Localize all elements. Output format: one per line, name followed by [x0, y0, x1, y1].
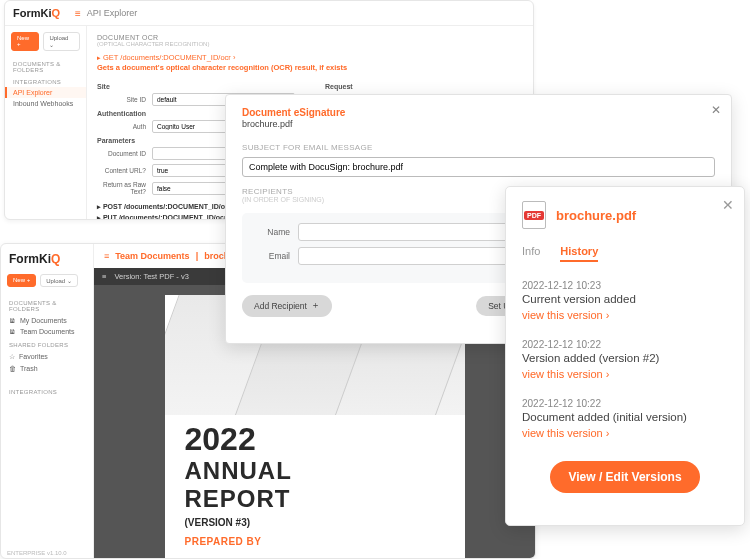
add-recipient-button[interactable]: Add Recipient ＋: [242, 295, 332, 317]
brand-logo: FormKiQ: [5, 1, 75, 25]
subject-input[interactable]: [242, 157, 715, 177]
history-entry: 2022-12-12 10:23 Current version added v…: [522, 280, 728, 321]
history-panel: ✕ PDF brochure.pdf Info History 2022-12-…: [505, 186, 745, 526]
sidebar-heading: DOCUMENTS & FOLDERS: [5, 57, 86, 75]
sidebar-item-trash[interactable]: 🗑Trash: [1, 363, 93, 374]
sidebar-item-inbound-webhooks[interactable]: Inbound Webhooks: [5, 98, 86, 109]
history-entry: 2022-12-12 10:22 Version added (version …: [522, 339, 728, 380]
endpoint-link[interactable]: ▸GET /documents/:DOCUMENT_ID/ocr ›: [97, 53, 523, 62]
toolbar-version-label: Version: Test PDF - v3: [114, 272, 188, 281]
new-button[interactable]: New +: [11, 32, 39, 51]
section-subtitle: (OPTICAL CHARACTER RECOGNITION): [97, 41, 523, 47]
menu-icon[interactable]: ≡: [104, 251, 109, 261]
history-date: 2022-12-12 10:22: [522, 339, 728, 350]
request-label: Request: [325, 83, 523, 90]
sidebar-item-my-docs[interactable]: 🗎My Documents: [1, 315, 93, 326]
modal-title: Document eSignature: [242, 107, 715, 118]
chevron-right-icon: ›: [606, 309, 610, 321]
api-title-bar: ≡ API Explorer: [75, 1, 533, 25]
doc-version: (VERSION #3): [185, 517, 445, 528]
view-edit-versions-button[interactable]: View / Edit Versions: [550, 461, 699, 493]
menu-icon[interactable]: ≡: [75, 8, 81, 19]
chevron-right-icon: ›: [606, 368, 610, 380]
subject-label: SUBJECT FOR EMAIL MESSAGE: [242, 143, 715, 152]
modal-filename: brochure.pdf: [242, 119, 715, 129]
trash-icon: 🗑: [9, 365, 16, 372]
sidebar-item-team-docs[interactable]: 🗎Team Documents: [1, 326, 93, 337]
api-sidebar: New + Upload ⌄ DOCUMENTS & FOLDERS INTEG…: [5, 26, 87, 220]
field-section: Site: [97, 83, 295, 90]
doc-prepared-by: PREPARED BY: [185, 536, 445, 547]
crumb-root[interactable]: Team Documents: [115, 251, 189, 261]
history-message: Document added (initial version): [522, 411, 728, 423]
sidebar-item-api-explorer[interactable]: API Explorer: [5, 87, 86, 98]
footer-version: ENTERPRISE v1.10.0: [7, 550, 67, 556]
tab-history[interactable]: History: [560, 245, 598, 262]
view-version-link[interactable]: view this version›: [522, 368, 609, 380]
upload-button[interactable]: Upload ⌄: [40, 274, 78, 287]
endpoint-desc: Gets a document's optical character reco…: [97, 63, 523, 72]
doc-annual: ANNUAL: [185, 457, 445, 485]
plus-icon: ＋: [311, 300, 320, 312]
history-message: Current version added: [522, 293, 728, 305]
history-filename: brochure.pdf: [556, 208, 636, 223]
pdf-file-icon: PDF: [522, 201, 546, 229]
tab-info[interactable]: Info: [522, 245, 540, 262]
history-message: Version added (version #2): [522, 352, 728, 364]
new-button[interactable]: New +: [7, 274, 36, 287]
upload-button[interactable]: Upload ⌄: [43, 32, 80, 51]
doc-icon: 🗎: [9, 328, 16, 335]
sidebar-heading: SHARED FOLDERS: [1, 337, 93, 351]
close-icon[interactable]: ✕: [711, 103, 721, 117]
view-version-link[interactable]: view this version›: [522, 427, 609, 439]
history-entry: 2022-12-12 10:22 Document added (initial…: [522, 398, 728, 439]
doc-icon: 🗎: [9, 317, 16, 324]
doc-sidebar: FormKiQ New + Upload ⌄ DOCUMENTS & FOLDE…: [1, 244, 94, 558]
doc-year: 2022: [185, 423, 445, 455]
sidebar-item-favorites[interactable]: ☆Favorites: [1, 351, 93, 363]
doc-report: REPORT: [185, 485, 445, 513]
sidebar-heading: INTEGRATIONS: [1, 384, 93, 398]
chevron-right-icon: ›: [606, 427, 610, 439]
view-version-link[interactable]: view this version›: [522, 309, 609, 321]
section-title: DOCUMENT OCR: [97, 34, 523, 41]
close-icon[interactable]: ✕: [722, 197, 734, 213]
history-date: 2022-12-12 10:22: [522, 398, 728, 409]
star-icon: ☆: [9, 353, 15, 361]
api-title: API Explorer: [87, 8, 138, 18]
history-date: 2022-12-12 10:23: [522, 280, 728, 291]
toolbar-menu-icon[interactable]: ≡: [102, 272, 106, 281]
sidebar-heading: DOCUMENTS & FOLDERS: [1, 295, 93, 315]
sidebar-heading: INTEGRATIONS: [5, 75, 86, 87]
brand-logo: FormKiQ: [1, 250, 93, 272]
